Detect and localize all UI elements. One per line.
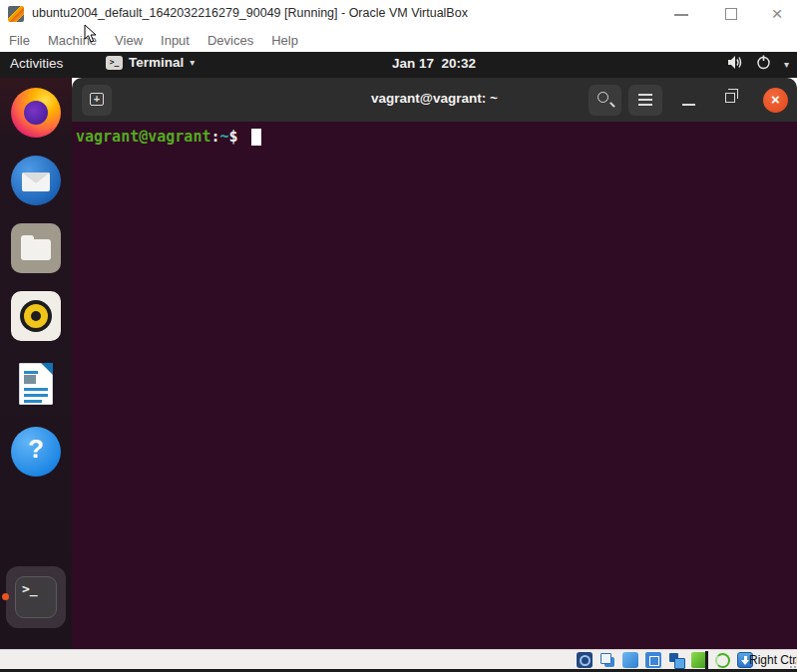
menu-input[interactable]: Input (161, 33, 190, 48)
terminal-window: + vagrant@vagrant: ~ × vagrant@vagrant:~… (72, 78, 797, 649)
thunderbird-icon[interactable] (11, 156, 61, 205)
help-icon[interactable]: ? (11, 427, 61, 477)
chevron-down-icon: ▾ (190, 57, 195, 68)
volume-icon (727, 55, 743, 74)
vbox-statusbar: Right Ctrl (0, 649, 797, 669)
hamburger-icon (638, 94, 652, 96)
menu-help[interactable]: Help (271, 33, 298, 48)
menu-file[interactable]: File (9, 33, 30, 48)
topbar-clock[interactable]: Jan 17 20:32 (392, 56, 476, 71)
vbox-close-button[interactable]: × (767, 2, 787, 26)
rhythmbox-icon[interactable] (11, 291, 61, 341)
terminal-icon: >_ (106, 56, 123, 70)
search-button[interactable] (589, 85, 621, 116)
document-icon (19, 363, 53, 405)
network-icon[interactable] (691, 652, 707, 668)
prompt-path: ~ (220, 128, 229, 146)
prompt-symbol: $ (229, 128, 238, 146)
search-icon (598, 92, 608, 103)
shared-folders-icon[interactable] (668, 652, 684, 668)
hard-disks-icon[interactable] (577, 652, 593, 668)
folder-icon (21, 239, 51, 260)
terminal-icon[interactable]: >_ (15, 576, 57, 618)
gnome-topbar: Activities >_ Terminal ▾ Jan 17 20:32 ▾ (0, 52, 797, 78)
vbox-titlebar: ubuntu2004_default_1642032216279_90049 [… (0, 0, 797, 28)
envelope-flap (22, 172, 50, 183)
firefox-core (24, 101, 48, 125)
vbox-menubar: File Machine View Input Devices Help (0, 28, 797, 52)
running-indicator-dot (2, 593, 9, 600)
features-icon[interactable] (714, 652, 730, 668)
statusbar-icons (577, 652, 753, 668)
vbox-minimize-button[interactable] (674, 14, 688, 16)
files-icon[interactable] (11, 223, 61, 273)
app-menu-label: Terminal (129, 55, 184, 70)
vbox-maximize-button[interactable] (725, 8, 737, 20)
question-mark: ? (11, 434, 61, 465)
terminal-content[interactable]: vagrant@vagrant:~$ (72, 122, 797, 649)
libreoffice-writer-icon[interactable] (11, 359, 61, 409)
prompt-separator: : (210, 128, 219, 146)
display-icon[interactable] (645, 652, 661, 668)
terminal-headerbar[interactable]: + vagrant@vagrant: ~ × (72, 78, 797, 122)
menu-button[interactable] (628, 85, 662, 116)
terminal-minimize-button[interactable] (682, 104, 695, 106)
virtualbox-logo-icon (8, 6, 24, 22)
dock: ? >_ (0, 78, 72, 649)
vbox-window-title: ubuntu2004_default_1642032216279_90049 [… (32, 6, 468, 20)
system-status-area[interactable]: ▾ (727, 55, 789, 74)
menu-devices[interactable]: Devices (207, 33, 253, 48)
terminal-cursor (251, 129, 261, 146)
resize-grip[interactable] (786, 658, 796, 668)
terminal-restore-button[interactable] (725, 93, 735, 103)
chevron-down-icon: ▾ (784, 59, 789, 70)
optical-drives-icon[interactable] (599, 652, 615, 668)
app-menu-terminal[interactable]: >_ Terminal ▾ (106, 55, 195, 70)
mouse-cursor (84, 24, 97, 47)
prompt-user-host: vagrant@vagrant (76, 128, 210, 146)
terminal-close-button[interactable]: × (763, 88, 788, 113)
menu-view[interactable]: View (115, 33, 143, 48)
activities-button[interactable]: Activities (10, 56, 63, 71)
power-icon (756, 55, 771, 74)
audio-icon[interactable] (622, 652, 638, 668)
virtualbox-window: ubuntu2004_default_1642032216279_90049 [… (0, 0, 797, 672)
firefox-icon[interactable] (11, 88, 61, 138)
